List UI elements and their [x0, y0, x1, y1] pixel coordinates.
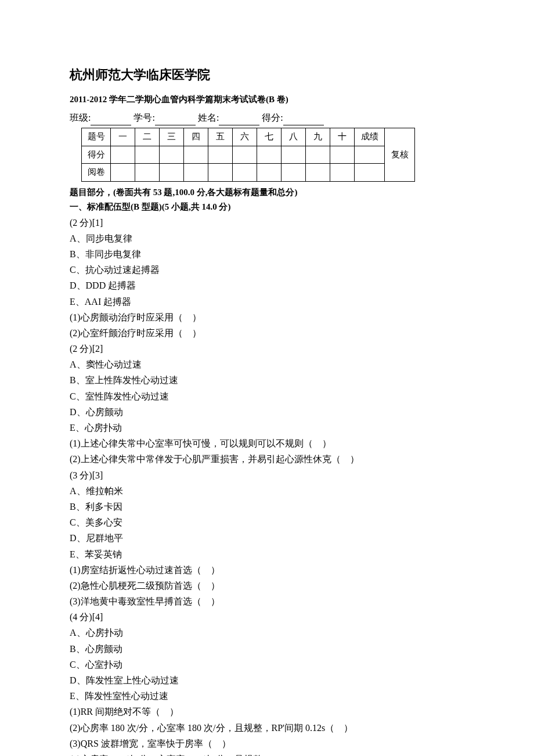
th-2: 二: [135, 128, 160, 146]
table-header-row: 题号 一 二 三 四 五 六 七 八 九 十 成绩 复核: [82, 128, 415, 146]
th-grade: 成绩: [355, 128, 385, 146]
class-label: 班级:: [70, 113, 91, 123]
q3-points: (3 分)[3]: [70, 467, 464, 483]
cell[interactable]: [233, 164, 257, 182]
cell[interactable]: [306, 164, 330, 182]
q1-opt-e: E、AAI 起搏器: [70, 294, 464, 309]
q4-sub1: (1)RR 间期绝对不等（ ）: [70, 704, 464, 719]
th-6: 六: [233, 128, 257, 146]
q4-sub4: (4)心房率 300 次/分，心室率 150 次/分，且规整（ ）: [70, 751, 464, 756]
q3-opt-a: A、维拉帕米: [70, 483, 464, 499]
th-4: 四: [184, 128, 208, 146]
exam-subtitle: 2011-2012 学年二学期心血管内科学篇期末考试试卷(B 卷): [70, 92, 464, 107]
th-5: 五: [208, 128, 233, 146]
q4-opt-a: A、心房扑动: [70, 625, 464, 640]
th-1: 一: [111, 128, 135, 146]
q3-opt-c: C、美多心安: [70, 514, 464, 530]
q2-points: (2 分)[2]: [70, 341, 464, 357]
th-review: 复核: [385, 128, 415, 182]
q4-sub2: (2)心房率 180 次/分，心室率 180 次/分，且规整，RP'间期 0.1…: [70, 720, 464, 736]
score-blank[interactable]: [283, 115, 324, 125]
q2-opt-d: D、心房颤动: [70, 404, 464, 420]
q1-opt-b: B、非同步电复律: [70, 246, 464, 262]
q1-opt-a: A、同步电复律: [70, 231, 464, 246]
name-label: 姓名:: [198, 113, 219, 123]
cell[interactable]: [184, 164, 208, 182]
th-9: 九: [306, 128, 330, 146]
row-marker-label: 阅卷: [82, 164, 111, 182]
q1-points: (2 分)[1]: [70, 215, 464, 231]
section-note: 题目部分，(卷面共有 53 题,100.0 分,各大题标有题量和总分): [70, 185, 464, 200]
q4-opt-d: D、阵发性室上性心动过速: [70, 672, 464, 688]
table-score-row: 得分: [82, 146, 415, 164]
cell[interactable]: [111, 146, 135, 164]
q3-sub3: (3)洋地黄中毒致室性早搏首选（ ）: [70, 593, 464, 609]
cell[interactable]: [355, 164, 385, 182]
q4-points: (4 分)[4]: [70, 609, 464, 625]
q2-opt-c: C、室性阵发性心动过速: [70, 388, 464, 404]
student-info-row: 班级: 学号: 姓名: 得分:: [70, 110, 464, 125]
q2-sub2: (2)上述心律失常中常伴发于心肌严重损害，并易引起心源性休克（ ）: [70, 451, 464, 467]
section-heading: 一、标准配伍型(B 型题)(5 小题,共 14.0 分): [70, 200, 464, 215]
cell[interactable]: [160, 146, 184, 164]
q4-sub3: (3)QRS 波群增宽，室率快于房率（ ）: [70, 736, 464, 751]
cell[interactable]: [208, 146, 233, 164]
cell[interactable]: [233, 146, 257, 164]
q2-opt-b: B、室上性阵发性心动过速: [70, 372, 464, 388]
q3-sub1: (1)房室结折返性心动过速首选（ ）: [70, 562, 464, 578]
cell[interactable]: [135, 146, 160, 164]
name-blank[interactable]: [219, 115, 259, 125]
cell[interactable]: [257, 164, 282, 182]
row-score-label: 得分: [82, 146, 111, 164]
cell[interactable]: [135, 164, 160, 182]
q1-sub2: (2)心室纤颤治疗时应采用（ ）: [70, 325, 464, 341]
cell[interactable]: [184, 146, 208, 164]
score-table: 题号 一 二 三 四 五 六 七 八 九 十 成绩 复核 得分 阅卷: [81, 128, 415, 182]
q2-sub1: (1)上述心律失常中心室率可快可慢，可以规则可以不规则（ ）: [70, 435, 464, 451]
q3-sub2: (2)急性心肌梗死二级预防首选（ ）: [70, 578, 464, 593]
cell[interactable]: [355, 146, 385, 164]
th-qnum: 题号: [82, 128, 111, 146]
th-3: 三: [160, 128, 184, 146]
cell[interactable]: [111, 164, 135, 182]
q4-opt-c: C、心室扑动: [70, 657, 464, 672]
cell[interactable]: [208, 164, 233, 182]
cell[interactable]: [282, 146, 306, 164]
th-7: 七: [257, 128, 282, 146]
q2-opt-a: A、窦性心动过速: [70, 357, 464, 372]
cell[interactable]: [306, 146, 330, 164]
cell[interactable]: [330, 146, 355, 164]
cell[interactable]: [282, 164, 306, 182]
q2-opt-e: E、心房扑动: [70, 420, 464, 435]
q4-opt-e: E、阵发性室性心动过速: [70, 688, 464, 704]
q1-opt-d: D、DDD 起搏器: [70, 278, 464, 293]
table-marker-row: 阅卷: [82, 164, 415, 182]
q4-opt-b: B、心房颤动: [70, 641, 464, 657]
th-8: 八: [282, 128, 306, 146]
q3-opt-b: B、利多卡因: [70, 499, 464, 514]
th-10: 十: [330, 128, 355, 146]
score-label: 得分:: [262, 113, 283, 123]
q3-opt-d: D、尼群地平: [70, 530, 464, 546]
q3-opt-e: E、苯妥英钠: [70, 546, 464, 562]
id-label: 学号:: [134, 113, 154, 123]
class-blank[interactable]: [91, 115, 131, 125]
cell[interactable]: [330, 164, 355, 182]
q1-sub1: (1)心房颤动治疗时应采用（ ）: [70, 309, 464, 325]
page-title: 杭州师范大学临床医学院: [70, 64, 464, 85]
cell[interactable]: [160, 164, 184, 182]
q1-opt-c: C、抗心动过速起搏器: [70, 262, 464, 278]
cell[interactable]: [257, 146, 282, 164]
id-blank[interactable]: [155, 115, 196, 125]
